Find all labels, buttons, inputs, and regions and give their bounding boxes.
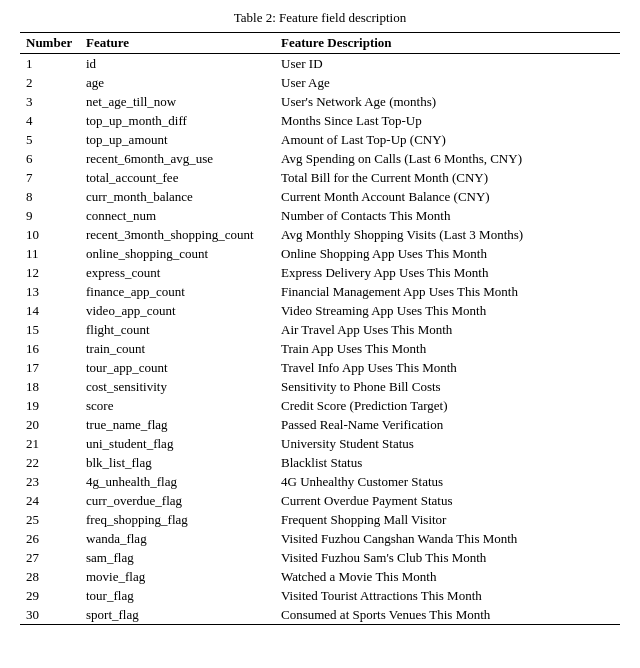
table-row: 27sam_flagVisited Fuzhou Sam's Club This… bbox=[20, 548, 620, 567]
cell-feature: wanda_flag bbox=[80, 529, 275, 548]
cell-feature: top_up_month_diff bbox=[80, 111, 275, 130]
cell-number: 19 bbox=[20, 396, 80, 415]
cell-description: User Age bbox=[275, 73, 620, 92]
table-row: 21uni_student_flagUniversity Student Sta… bbox=[20, 434, 620, 453]
cell-description: Number of Contacts This Month bbox=[275, 206, 620, 225]
table-row: 20true_name_flagPassed Real-Name Verific… bbox=[20, 415, 620, 434]
cell-feature: connect_num bbox=[80, 206, 275, 225]
cell-number: 30 bbox=[20, 605, 80, 625]
cell-number: 18 bbox=[20, 377, 80, 396]
cell-feature: recent_3month_shopping_count bbox=[80, 225, 275, 244]
cell-feature: movie_flag bbox=[80, 567, 275, 586]
cell-number: 6 bbox=[20, 149, 80, 168]
table-row: 7total_account_feeTotal Bill for the Cur… bbox=[20, 168, 620, 187]
table-row: 12express_countExpress Delivery App Uses… bbox=[20, 263, 620, 282]
cell-feature: net_age_till_now bbox=[80, 92, 275, 111]
cell-feature: score bbox=[80, 396, 275, 415]
table-row: 30sport_flagConsumed at Sports Venues Th… bbox=[20, 605, 620, 625]
cell-description: Sensitivity to Phone Bill Costs bbox=[275, 377, 620, 396]
cell-number: 13 bbox=[20, 282, 80, 301]
table-row: 26wanda_flagVisited Fuzhou Cangshan Wand… bbox=[20, 529, 620, 548]
cell-feature: true_name_flag bbox=[80, 415, 275, 434]
table-row: 3net_age_till_nowUser's Network Age (mon… bbox=[20, 92, 620, 111]
cell-description: Online Shopping App Uses This Month bbox=[275, 244, 620, 263]
table-row: 16train_countTrain App Uses This Month bbox=[20, 339, 620, 358]
cell-feature: sam_flag bbox=[80, 548, 275, 567]
cell-feature: express_count bbox=[80, 263, 275, 282]
cell-number: 16 bbox=[20, 339, 80, 358]
cell-feature: 4g_unhealth_flag bbox=[80, 472, 275, 491]
cell-description: Passed Real-Name Verification bbox=[275, 415, 620, 434]
cell-feature: recent_6month_avg_use bbox=[80, 149, 275, 168]
table-row: 10recent_3month_shopping_countAvg Monthl… bbox=[20, 225, 620, 244]
cell-number: 5 bbox=[20, 130, 80, 149]
cell-description: Current Overdue Payment Status bbox=[275, 491, 620, 510]
cell-number: 27 bbox=[20, 548, 80, 567]
cell-feature: tour_flag bbox=[80, 586, 275, 605]
cell-description: University Student Status bbox=[275, 434, 620, 453]
table-row: 13finance_app_countFinancial Management … bbox=[20, 282, 620, 301]
col-feature: Feature bbox=[80, 33, 275, 54]
cell-number: 25 bbox=[20, 510, 80, 529]
cell-feature: age bbox=[80, 73, 275, 92]
cell-feature: train_count bbox=[80, 339, 275, 358]
cell-number: 24 bbox=[20, 491, 80, 510]
table-row: 15flight_countAir Travel App Uses This M… bbox=[20, 320, 620, 339]
cell-description: Financial Management App Uses This Month bbox=[275, 282, 620, 301]
cell-description: Avg Monthly Shopping Visits (Last 3 Mont… bbox=[275, 225, 620, 244]
cell-description: Consumed at Sports Venues This Month bbox=[275, 605, 620, 625]
cell-number: 26 bbox=[20, 529, 80, 548]
table-row: 25freq_shopping_flagFrequent Shopping Ma… bbox=[20, 510, 620, 529]
table-header-row: Number Feature Feature Description bbox=[20, 33, 620, 54]
table-row: 6recent_6month_avg_useAvg Spending on Ca… bbox=[20, 149, 620, 168]
table-row: 9connect_numNumber of Contacts This Mont… bbox=[20, 206, 620, 225]
cell-feature: total_account_fee bbox=[80, 168, 275, 187]
cell-description: Months Since Last Top-Up bbox=[275, 111, 620, 130]
cell-feature: id bbox=[80, 54, 275, 74]
cell-feature: curr_month_balance bbox=[80, 187, 275, 206]
cell-description: Travel Info App Uses This Month bbox=[275, 358, 620, 377]
cell-number: 28 bbox=[20, 567, 80, 586]
cell-description: Air Travel App Uses This Month bbox=[275, 320, 620, 339]
table-row: 19scoreCredit Score (Prediction Target) bbox=[20, 396, 620, 415]
cell-description: Avg Spending on Calls (Last 6 Months, CN… bbox=[275, 149, 620, 168]
cell-number: 20 bbox=[20, 415, 80, 434]
cell-description: User ID bbox=[275, 54, 620, 74]
feature-table: Number Feature Feature Description 1idUs… bbox=[20, 32, 620, 625]
table-row: 234g_unhealth_flag4G Unhealthy Customer … bbox=[20, 472, 620, 491]
cell-description: Video Streaming App Uses This Month bbox=[275, 301, 620, 320]
cell-feature: sport_flag bbox=[80, 605, 275, 625]
table-row: 17tour_app_countTravel Info App Uses Thi… bbox=[20, 358, 620, 377]
cell-description: 4G Unhealthy Customer Status bbox=[275, 472, 620, 491]
cell-description: Train App Uses This Month bbox=[275, 339, 620, 358]
cell-number: 2 bbox=[20, 73, 80, 92]
table-row: 14video_app_countVideo Streaming App Use… bbox=[20, 301, 620, 320]
cell-number: 21 bbox=[20, 434, 80, 453]
cell-number: 22 bbox=[20, 453, 80, 472]
cell-feature: tour_app_count bbox=[80, 358, 275, 377]
cell-number: 29 bbox=[20, 586, 80, 605]
cell-number: 15 bbox=[20, 320, 80, 339]
cell-description: User's Network Age (months) bbox=[275, 92, 620, 111]
cell-description: Blacklist Status bbox=[275, 453, 620, 472]
table-row: 5top_up_amountAmount of Last Top-Up (CNY… bbox=[20, 130, 620, 149]
table-title: Table 2: Feature field description bbox=[20, 10, 620, 26]
cell-description: Total Bill for the Current Month (CNY) bbox=[275, 168, 620, 187]
cell-feature: freq_shopping_flag bbox=[80, 510, 275, 529]
cell-number: 23 bbox=[20, 472, 80, 491]
cell-number: 12 bbox=[20, 263, 80, 282]
table-row: 29tour_flagVisited Tourist Attractions T… bbox=[20, 586, 620, 605]
cell-description: Watched a Movie This Month bbox=[275, 567, 620, 586]
cell-feature: flight_count bbox=[80, 320, 275, 339]
table-row: 4top_up_month_diffMonths Since Last Top-… bbox=[20, 111, 620, 130]
table-row: 28movie_flagWatched a Movie This Month bbox=[20, 567, 620, 586]
cell-description: Visited Fuzhou Cangshan Wanda This Month bbox=[275, 529, 620, 548]
cell-feature: video_app_count bbox=[80, 301, 275, 320]
table-row: 1idUser ID bbox=[20, 54, 620, 74]
table-row: 2ageUser Age bbox=[20, 73, 620, 92]
cell-description: Frequent Shopping Mall Visitor bbox=[275, 510, 620, 529]
cell-number: 10 bbox=[20, 225, 80, 244]
cell-feature: blk_list_flag bbox=[80, 453, 275, 472]
table-row: 11online_shopping_countOnline Shopping A… bbox=[20, 244, 620, 263]
cell-description: Current Month Account Balance (CNY) bbox=[275, 187, 620, 206]
